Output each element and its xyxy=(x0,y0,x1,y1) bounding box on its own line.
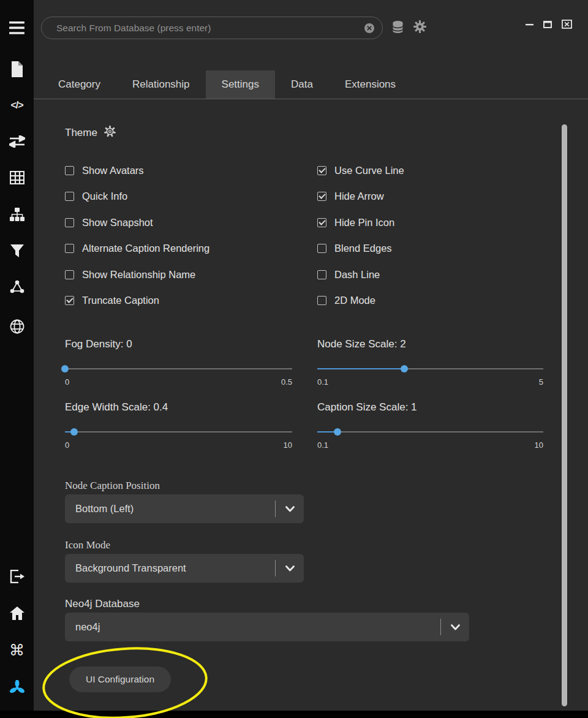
slider-min: 0 xyxy=(65,440,69,450)
dropdown-icon-mode[interactable]: Background Transparent xyxy=(65,554,304,583)
checkbox-column-left: Show Avatars Quick Info Show Snapshot Al… xyxy=(65,157,209,314)
theme-label: Theme xyxy=(65,127,97,139)
gear-icon[interactable] xyxy=(413,20,426,36)
database-icon[interactable] xyxy=(392,20,404,36)
dropdown-value: Background Transparent xyxy=(75,562,275,574)
home-icon[interactable] xyxy=(0,607,34,620)
slider-label: Node Size Scale: 2 xyxy=(317,338,543,350)
chevron-down-icon[interactable] xyxy=(276,506,304,512)
slider-max: 0.5 xyxy=(281,377,292,387)
dropdown-label-neo4j-database: Neo4j Database xyxy=(65,598,140,610)
checkbox-row[interactable]: Hide Arrow xyxy=(317,184,404,210)
ui-configuration-button[interactable]: UI Configuration xyxy=(69,667,171,692)
checkbox[interactable] xyxy=(317,296,326,305)
checkbox-row[interactable]: Hide Pin Icon xyxy=(317,210,404,236)
table-icon[interactable] xyxy=(0,171,34,184)
checkbox-label: Quick Info xyxy=(82,191,127,202)
checkbox-label: Show Snapshot xyxy=(82,217,153,229)
tab-data[interactable]: Data xyxy=(275,70,329,99)
checkbox-label: Blend Edges xyxy=(334,243,392,254)
sitemap-icon[interactable] xyxy=(0,208,34,221)
checkbox-label: Show Relationship Name xyxy=(82,269,195,281)
minimize-icon[interactable] xyxy=(526,20,534,29)
maximize-icon[interactable] xyxy=(543,20,552,29)
checkbox-row[interactable]: Show Snapshot xyxy=(65,210,209,236)
dropdown-node-caption-position[interactable]: Bottom (Left) xyxy=(65,494,304,523)
slider-handle[interactable] xyxy=(334,428,341,436)
swap-arrows-icon[interactable] xyxy=(0,135,34,148)
checkbox[interactable] xyxy=(65,244,74,253)
file-icon[interactable] xyxy=(0,61,34,77)
slider-label: Fog Density: 0 xyxy=(65,338,292,350)
sidebar: </> ⌘ xyxy=(0,0,34,718)
checkbox-row[interactable]: Show Relationship Name xyxy=(65,262,209,288)
slider-handle[interactable] xyxy=(61,365,69,372)
checkbox-label: Alternate Caption Rendering xyxy=(82,243,209,254)
scrollbar[interactable] xyxy=(562,124,567,706)
tab-category[interactable]: Category xyxy=(42,70,116,99)
bottom-edge xyxy=(0,711,588,718)
slider-min: 0.1 xyxy=(317,377,328,387)
logout-icon[interactable] xyxy=(0,570,34,583)
search-input[interactable] xyxy=(56,23,364,34)
slider-label: Caption Size Scale: 1 xyxy=(317,401,543,414)
app-window: { "search": { "placeholder": "Search Fro… xyxy=(0,0,588,718)
checkbox-label: Truncate Caption xyxy=(82,295,159,306)
checkbox-row[interactable]: Show Avatars xyxy=(65,157,209,184)
checkbox[interactable] xyxy=(317,166,326,175)
chevron-down-icon[interactable] xyxy=(441,624,469,630)
slider-caption-size-scale: Caption Size Scale: 1 0.1 10 xyxy=(317,401,543,450)
checkbox-row[interactable]: Alternate Caption Rendering xyxy=(65,236,209,262)
code-icon[interactable]: </> xyxy=(0,98,34,113)
fan-icon[interactable] xyxy=(0,680,34,696)
slider-max: 10 xyxy=(535,440,543,450)
dropdown-value: neo4j xyxy=(75,621,440,633)
checkbox[interactable] xyxy=(65,192,74,201)
filter-icon[interactable] xyxy=(0,244,34,258)
checkbox[interactable] xyxy=(317,218,326,227)
slider-handle[interactable] xyxy=(401,365,408,372)
checkbox[interactable] xyxy=(65,218,74,227)
slider-track[interactable] xyxy=(65,365,292,372)
tab-bar: Category Relationship Settings Data Exte… xyxy=(42,70,412,99)
menu-icon[interactable] xyxy=(0,21,34,34)
checkbox-row[interactable]: Truncate Caption xyxy=(65,288,209,314)
chevron-down-icon[interactable] xyxy=(276,565,304,572)
slider-label: Edge Width Scale: 0.4 xyxy=(65,401,292,414)
slider-min: 0.1 xyxy=(317,440,328,450)
slider-fog-density: Fog Density: 0 0 0.5 xyxy=(65,338,292,387)
slider-track[interactable] xyxy=(317,428,543,436)
slider-max: 5 xyxy=(539,377,543,387)
checkbox-row[interactable]: Use Curve Line xyxy=(317,157,404,184)
graph-icon[interactable] xyxy=(0,280,34,293)
checkbox-row[interactable]: Blend Edges xyxy=(317,236,404,262)
slider-track[interactable] xyxy=(317,365,543,372)
checkbox-label: Use Curve Line xyxy=(334,165,404,176)
checkbox-label: Dash Line xyxy=(334,269,380,281)
clear-icon[interactable] xyxy=(364,23,375,34)
checkbox-label: Hide Pin Icon xyxy=(334,217,394,229)
checkbox[interactable] xyxy=(65,296,74,305)
checkbox[interactable] xyxy=(317,270,326,279)
slider-min: 0 xyxy=(65,377,69,387)
checkbox-row[interactable]: Dash Line xyxy=(317,262,404,288)
checkbox-label: Show Avatars xyxy=(82,165,144,176)
slider-track[interactable] xyxy=(65,428,292,436)
checkbox[interactable] xyxy=(317,244,326,253)
checkbox-row[interactable]: Quick Info xyxy=(65,184,209,210)
tab-relationship[interactable]: Relationship xyxy=(116,70,206,99)
close-icon[interactable] xyxy=(562,20,572,29)
tab-settings[interactable]: Settings xyxy=(206,70,275,99)
dropdown-value: Bottom (Left) xyxy=(75,503,275,515)
dropdown-neo4j-database[interactable]: neo4j xyxy=(65,613,469,641)
gear-outline-icon[interactable] xyxy=(104,126,116,140)
globe-icon[interactable] xyxy=(0,319,34,334)
checkbox[interactable] xyxy=(65,166,74,175)
checkbox-row[interactable]: 2D Mode xyxy=(317,288,404,314)
slider-handle[interactable] xyxy=(70,428,78,436)
command-icon[interactable]: ⌘ xyxy=(0,642,34,658)
tab-extensions[interactable]: Extensions xyxy=(329,70,412,99)
checkbox[interactable] xyxy=(317,192,326,201)
checkbox[interactable] xyxy=(65,270,74,279)
search-bar[interactable] xyxy=(41,17,383,39)
